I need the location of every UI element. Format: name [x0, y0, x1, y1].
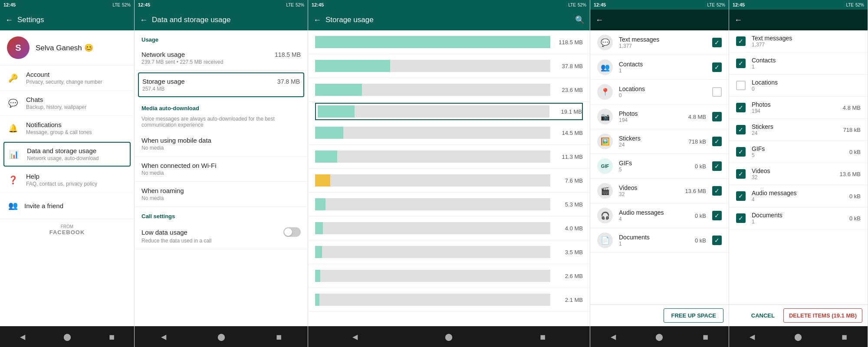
- photos-checkbox-2[interactable]: ✓: [736, 103, 746, 112]
- back-btn-4[interactable]: ◀: [605, 329, 621, 344]
- documents-size-1: 0 kB: [695, 237, 706, 244]
- network-usage-item[interactable]: Network usage 118.5 MB 239.7 MB sent • 2…: [135, 46, 308, 71]
- bar-row-10[interactable]: 3.5 MB: [308, 240, 590, 264]
- delete-items-button[interactable]: DELETE ITEMS (19.1 MB): [783, 308, 862, 323]
- status-bar-3: 12:45 LTE 52%: [308, 0, 590, 10]
- recents-btn-5[interactable]: ◼: [837, 329, 852, 344]
- videos-checkbox-1[interactable]: ✓: [712, 186, 722, 196]
- bar-row-8[interactable]: 5.3 MB: [308, 193, 590, 216]
- bottom-nav-4: ◀ ⬤ ◼: [590, 326, 729, 347]
- toolbar-title-1: Settings: [17, 16, 129, 24]
- locations-checkbox-2[interactable]: [736, 81, 746, 90]
- text-messages-item-2[interactable]: ✓ Text messages 1,377: [729, 30, 868, 52]
- cancel-button[interactable]: CANCEL: [746, 309, 780, 322]
- stickers-count-2: 24: [752, 130, 837, 136]
- search-icon-3[interactable]: 🔍: [575, 15, 585, 25]
- contacts-item-1[interactable]: 👥 Contacts 1 ✓: [590, 55, 729, 80]
- wifi-item[interactable]: When connected on Wi-Fi No media: [135, 157, 308, 182]
- text-messages-checkbox-2[interactable]: ✓: [736, 36, 746, 46]
- photos-item-2[interactable]: ✓ Photos 194 4.8 MB: [729, 97, 868, 119]
- time-5: 12:45: [733, 2, 745, 7]
- videos-item-2[interactable]: ✓ Videos 32 13.6 MB: [729, 163, 868, 185]
- storage-usage-item[interactable]: Storage usage 37.8 MB 257.4 MB: [138, 72, 304, 97]
- audio-item-1[interactable]: 🎧 Audio messages 4 0 kB ✓: [590, 203, 729, 228]
- photos-item-1[interactable]: 📷 Photos 194 4.8 MB ✓: [590, 105, 729, 129]
- documents-label-2: Documents: [752, 212, 843, 219]
- recents-btn-3[interactable]: ◼: [535, 329, 551, 344]
- stickers-item-2[interactable]: ✓ Stickers 24 718 kB: [729, 119, 868, 141]
- gifs-checkbox-1[interactable]: ✓: [712, 161, 722, 171]
- low-data-toggle[interactable]: [283, 227, 301, 237]
- videos-checkbox-2[interactable]: ✓: [736, 169, 746, 179]
- help-icon: ❓: [7, 174, 19, 186]
- recents-btn-2[interactable]: ◼: [271, 329, 287, 344]
- bar-row-5[interactable]: 14.5 MB: [308, 121, 590, 145]
- gifs-label-2: GIFs: [752, 145, 843, 152]
- sidebar-item-chats[interactable]: 💬 Chats Backup, history, wallpaper: [0, 91, 134, 116]
- back-icon-2[interactable]: ←: [140, 16, 148, 25]
- sidebar-item-notifications[interactable]: 🔔 Notifications Message, group & call to…: [0, 116, 134, 141]
- bar-row-3[interactable]: 23.6 MB: [308, 78, 590, 102]
- gifs-count-1: 5: [619, 167, 689, 173]
- invite-section[interactable]: 👥 Invite a friend: [0, 193, 134, 219]
- audio-item-2[interactable]: ✓ Audio messages 4 0 kB: [729, 185, 868, 207]
- back-icon-1[interactable]: ←: [5, 16, 13, 25]
- status-right-1: LTE 52%: [112, 3, 131, 7]
- stickers-checkbox-1[interactable]: ✓: [712, 137, 722, 146]
- locations-item-1[interactable]: 📍 Locations 0: [590, 80, 729, 105]
- stickers-item-1[interactable]: 🖼️ Stickers 24 718 kB ✓: [590, 129, 729, 154]
- profile-section[interactable]: S Selva Ganesh 😊: [0, 30, 134, 65]
- audio-checkbox-2[interactable]: ✓: [736, 191, 746, 201]
- documents-item-2[interactable]: ✓ Documents 1 0 kB: [729, 207, 868, 229]
- detail-scroll-1: 💬 Text messages 1,377 ✓ 👥 Contacts 1 ✓ 📍…: [590, 30, 729, 304]
- low-data-item[interactable]: Low data usage Reduce the data used in a…: [135, 222, 308, 249]
- free-up-space-button[interactable]: FREE UP SPACE: [664, 308, 723, 323]
- data-sublabel: Network usage, auto-download: [27, 155, 126, 161]
- documents-checkbox-1[interactable]: ✓: [712, 236, 722, 245]
- recents-btn-4[interactable]: ◼: [698, 329, 713, 344]
- documents-item-1[interactable]: 📄 Documents 1 0 kB ✓: [590, 228, 729, 253]
- gifs-item-2[interactable]: ✓ GIFs 5 0 kB: [729, 141, 868, 163]
- home-btn-2[interactable]: ⬤: [214, 329, 229, 344]
- gifs-item-1[interactable]: GIF GIFs 5 0 kB ✓: [590, 154, 729, 179]
- gifs-checkbox-2[interactable]: ✓: [736, 147, 746, 157]
- roaming-item[interactable]: When roaming No media: [135, 182, 308, 207]
- audio-checkbox-1[interactable]: ✓: [712, 211, 722, 220]
- bar-row-11[interactable]: 2.6 MB: [308, 264, 590, 288]
- bar-row-6[interactable]: 11.3 MB: [308, 145, 590, 169]
- back-icon-4[interactable]: ←: [595, 16, 603, 25]
- videos-item-1[interactable]: 🎬 Videos 32 13.6 MB ✓: [590, 179, 729, 203]
- back-btn-2[interactable]: ◀: [156, 329, 171, 344]
- location-icon-1: 📍: [597, 84, 613, 100]
- mobile-data-item[interactable]: When using mobile data No media: [135, 131, 308, 157]
- back-btn-3[interactable]: ◀: [347, 329, 363, 344]
- text-messages-checkbox-1[interactable]: ✓: [712, 38, 722, 47]
- sidebar-item-help[interactable]: ❓ Help FAQ, contact us, privacy policy: [0, 167, 134, 193]
- home-btn-4[interactable]: ⬤: [651, 329, 667, 344]
- bar-row-1[interactable]: 118.5 MB: [308, 30, 590, 54]
- back-btn-5[interactable]: ◀: [744, 329, 760, 344]
- bar-row-7[interactable]: 7.6 MB: [308, 169, 590, 193]
- recents-btn-1[interactable]: ◼: [104, 329, 120, 344]
- sidebar-item-account[interactable]: 🔑 Account Privacy, security, change numb…: [0, 65, 134, 91]
- locations-checkbox-1[interactable]: [712, 87, 722, 97]
- contacts-checkbox-1[interactable]: ✓: [712, 62, 722, 72]
- home-btn-3[interactable]: ⬤: [441, 329, 457, 344]
- bar-row-12[interactable]: 2.1 MB: [308, 288, 590, 312]
- home-btn-5[interactable]: ⬤: [790, 329, 806, 344]
- documents-checkbox-2[interactable]: ✓: [736, 213, 746, 223]
- text-messages-item-1[interactable]: 💬 Text messages 1,377 ✓: [590, 30, 729, 55]
- back-icon-3[interactable]: ←: [313, 16, 321, 25]
- bar-row-2[interactable]: 37.8 MB: [308, 54, 590, 78]
- contacts-item-2[interactable]: ✓ Contacts 1: [729, 52, 868, 75]
- contacts-checkbox-2[interactable]: ✓: [736, 59, 746, 68]
- photos-checkbox-1[interactable]: ✓: [712, 112, 722, 121]
- back-icon-5[interactable]: ←: [734, 16, 742, 25]
- back-btn-1[interactable]: ◀: [15, 329, 30, 344]
- bar-row-4-selected[interactable]: 19.1 MB: [315, 103, 583, 120]
- bar-row-9[interactable]: 4.0 MB: [308, 216, 590, 240]
- home-btn-1[interactable]: ⬤: [59, 329, 75, 344]
- locations-item-2[interactable]: Locations 0: [729, 75, 868, 97]
- stickers-checkbox-2[interactable]: ✓: [736, 125, 746, 134]
- sidebar-item-data[interactable]: 📊 Data and storage usage Network usage, …: [3, 142, 131, 167]
